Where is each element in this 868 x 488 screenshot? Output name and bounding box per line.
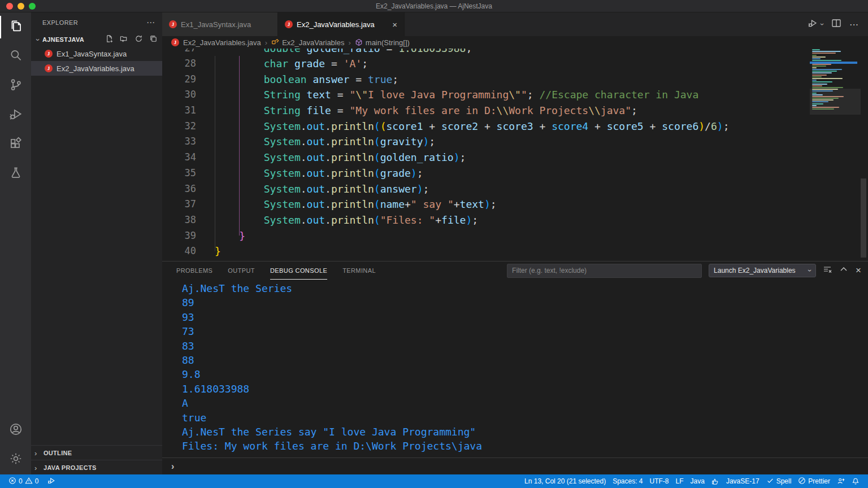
breadcrumb-class[interactable]: Ex2_JavaVariables — [271, 38, 344, 47]
run-debug-icon — [8, 107, 23, 124]
activity-run-debug[interactable] — [0, 101, 31, 130]
code-line[interactable]: 33System.out.println(gravity); — [162, 134, 868, 150]
explorer-section-header[interactable]: › AJNESTJAVA — [31, 33, 162, 46]
tab-problems[interactable]: PROBLEMS — [176, 262, 212, 280]
active-indent-guide — [239, 56, 240, 236]
activity-testing[interactable] — [0, 159, 31, 189]
code-line[interactable]: 36System.out.println(answer); — [162, 181, 868, 197]
file-name: Ex2_JavaVariables.java — [57, 64, 134, 73]
outline-section[interactable]: › OUTLINE — [31, 445, 162, 460]
minimap[interactable] — [812, 49, 855, 115]
console-line: Aj.NesT the Series say "I love Java Prog… — [182, 425, 868, 439]
java-projects-section[interactable]: › JAVA PROJECTS — [31, 460, 162, 474]
code-line[interactable]: 32System.out.println((score1 + score2 + … — [162, 119, 868, 134]
code-line[interactable]: 37System.out.println(name+" say "+text); — [162, 197, 868, 212]
minimap-slider[interactable] — [810, 89, 861, 115]
close-window-button[interactable] — [6, 3, 13, 10]
encoding-status[interactable]: UTF-8 — [647, 474, 672, 488]
launch-configuration-dropdown[interactable]: Launch Ex2_JavaVariables › — [709, 264, 816, 277]
code-line[interactable]: 28char grade = 'A'; — [162, 56, 868, 72]
activity-source-control[interactable] — [0, 71, 31, 101]
line-number: 28 — [162, 56, 196, 72]
indent-guide — [215, 56, 215, 251]
line-number: 33 — [162, 134, 196, 150]
breadcrumb: J Ex2_JavaVariables.java › Ex2_JavaVaria… — [162, 36, 868, 49]
code-line[interactable]: 38System.out.println("Files: "+file); — [162, 212, 868, 228]
code-editor[interactable]: 27double golden_ratio = 1.618033988; 28c… — [162, 49, 868, 261]
problems-status[interactable]: 0 0 — [6, 474, 41, 488]
activity-account[interactable] — [0, 416, 31, 445]
code-text: double golden_ratio = 1.618033988; — [196, 49, 472, 56]
language-status-icon[interactable] — [709, 474, 722, 488]
activity-explorer[interactable] — [0, 12, 31, 42]
line-number: 32 — [162, 119, 196, 134]
code-text: String file = "My work files are in D:\\… — [196, 103, 637, 119]
breadcrumb-separator: › — [265, 38, 267, 47]
code-text: System.out.println(golden_ratio); — [196, 150, 466, 165]
close-tab-icon[interactable]: × — [387, 20, 397, 29]
more-actions-icon[interactable]: ⋯ — [849, 19, 859, 30]
code-line[interactable]: 30String text = "\"I love Java Programmi… — [162, 87, 868, 103]
code-line[interactable]: 40} — [162, 243, 868, 259]
code-line[interactable]: 34System.out.println(golden_ratio); — [162, 150, 868, 165]
breadcrumb-method[interactable]: main(String[]) — [355, 38, 410, 47]
code-line[interactable]: 35System.out.println(grade); — [162, 165, 868, 181]
clear-console-icon[interactable] — [823, 265, 832, 276]
explorer-more-actions-icon[interactable]: ⋯ — [146, 18, 155, 28]
run-debug-file-icon[interactable] — [808, 18, 818, 30]
language-mode-status[interactable]: Java — [688, 474, 708, 488]
line-number: 37 — [162, 197, 196, 212]
tab-ex2-javavariables[interactable]: J Ex2_JavaVariables.java × — [278, 12, 405, 36]
refresh-icon[interactable] — [134, 34, 143, 45]
maximize-panel-icon[interactable] — [839, 265, 848, 276]
tab-ex1-javasyntax[interactable]: J Ex1_JavaSyntax.java — [162, 12, 278, 36]
prettier-status[interactable]: Prettier — [795, 474, 833, 488]
notifications-bell-icon[interactable] — [849, 474, 862, 488]
code-line[interactable]: 29boolean answer = true; — [162, 72, 868, 88]
console-line: 73 — [182, 324, 868, 338]
debug-console-output: Aj.NesT the Series89937383889.81.6180339… — [162, 280, 868, 458]
console-line: Files: My work files are in D:\Work Proj… — [182, 439, 868, 453]
code-line[interactable]: 31String file = "My work files are in D:… — [162, 103, 868, 119]
new-folder-icon[interactable] — [120, 34, 128, 45]
feedback-icon[interactable] — [834, 474, 848, 488]
console-prompt-icon: › — [171, 461, 174, 472]
split-editor-icon[interactable] — [831, 18, 841, 30]
account-icon — [8, 422, 23, 439]
tab-terminal[interactable]: TERMINAL — [342, 262, 376, 280]
close-panel-icon[interactable]: × — [856, 266, 861, 275]
debug-console-input-row[interactable]: › — [162, 457, 868, 474]
editor-scrollbar[interactable] — [861, 178, 866, 258]
minimize-window-button[interactable] — [18, 3, 24, 10]
file-item-ex2[interactable]: J Ex2_JavaVariables.java — [31, 61, 162, 76]
zoom-window-button[interactable] — [29, 3, 36, 10]
line-number: 38 — [162, 212, 196, 228]
new-file-icon[interactable] — [105, 34, 114, 45]
search-icon — [8, 48, 23, 65]
tab-output[interactable]: OUTPUT — [228, 262, 255, 280]
indentation-status[interactable]: Spaces: 4 — [610, 474, 645, 488]
eol-status[interactable]: LF — [673, 474, 687, 488]
code-line[interactable]: 27double golden_ratio = 1.618033988; — [162, 49, 868, 56]
run-dropdown-chevron-icon[interactable]: › — [818, 23, 826, 25]
tab-debug-console[interactable]: DEBUG CONSOLE — [270, 262, 327, 280]
status-bar: 0 0 Ln 13, Col 20 (21 selected) Spaces: … — [0, 474, 868, 488]
spell-status[interactable]: Spell — [763, 474, 795, 488]
cursor-position-status[interactable]: Ln 13, Col 20 (21 selected) — [522, 474, 609, 488]
code-text: char grade = 'A'; — [196, 56, 368, 72]
activity-search[interactable] — [0, 42, 31, 71]
console-filter-input[interactable] — [507, 264, 702, 278]
activity-extensions[interactable] — [0, 130, 31, 159]
collapse-folders-icon[interactable] — [149, 34, 158, 45]
tab-bar: J Ex1_JavaSyntax.java J Ex2_JavaVariable… — [162, 12, 868, 36]
activity-settings[interactable] — [0, 445, 31, 474]
code-line[interactable]: 39} — [162, 228, 868, 244]
console-line: 88 — [182, 353, 868, 367]
code-text: String text = "\"I love Java Programming… — [196, 87, 698, 103]
chevron-down-icon: › — [806, 269, 814, 272]
git-branch-icon — [8, 77, 23, 94]
file-item-ex1[interactable]: J Ex1_JavaSyntax.java — [31, 46, 162, 61]
debug-status[interactable] — [45, 474, 58, 488]
jdk-status[interactable]: JavaSE-17 — [723, 474, 762, 488]
breadcrumb-file[interactable]: J Ex2_JavaVariables.java — [171, 38, 261, 47]
